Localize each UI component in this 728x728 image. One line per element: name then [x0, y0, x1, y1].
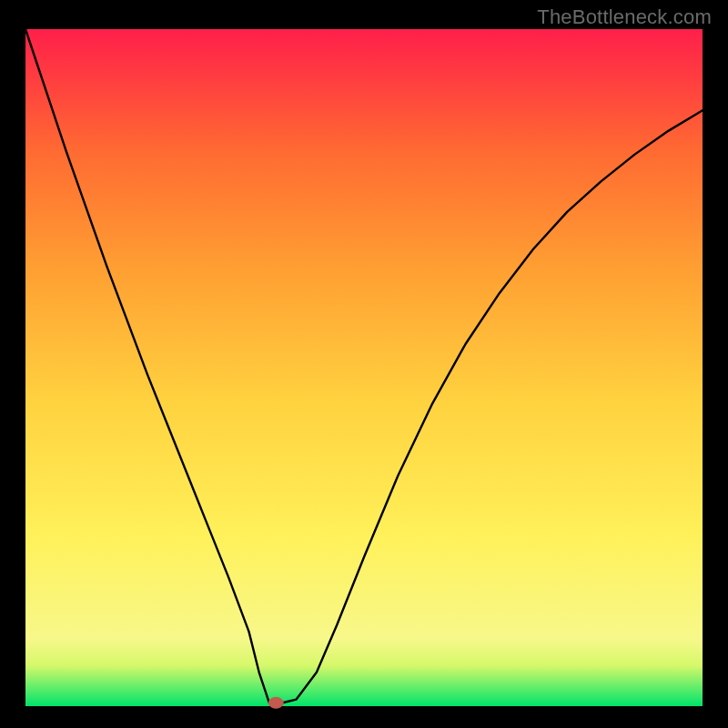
optimal-point-marker [268, 697, 283, 708]
bottleneck-plot [0, 0, 728, 728]
watermark-label: TheBottleneck.com [537, 5, 712, 29]
plot-background [25, 29, 703, 706]
chart-frame: TheBottleneck.com [0, 0, 728, 728]
